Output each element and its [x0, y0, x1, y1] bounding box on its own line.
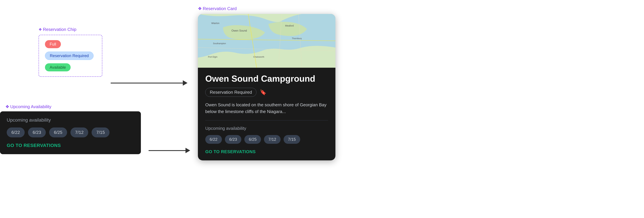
card-date-chip-4[interactable]: 7/15 — [284, 135, 300, 144]
arrow-head-1 — [183, 80, 188, 86]
go-reservations-button[interactable]: GO TO RESERVATIONS — [7, 143, 134, 148]
card-chips-row: Reservation Required 🔖 — [205, 88, 328, 97]
reservation-card: Owen Sound Wiarton Meaford Southampton T… — [198, 14, 336, 160]
arrow-line-2 — [148, 150, 186, 151]
svg-text:Chatsworth: Chatsworth — [253, 56, 264, 58]
chip-available[interactable]: Available — [45, 63, 70, 71]
svg-text:Owen Sound: Owen Sound — [232, 29, 247, 32]
card-go-reservations-button[interactable]: GO TO RESERVATIONS — [205, 149, 328, 154]
avail-card-title: Upcoming availability — [7, 117, 134, 123]
card-campground-name: Owen Sound Campground — [205, 74, 328, 84]
svg-text:Meaford: Meaford — [285, 24, 294, 27]
date-chip-2[interactable]: 6/25 — [49, 127, 67, 137]
chip-box: Full Reservation Required Available — [38, 35, 102, 77]
card-date-chip-0[interactable]: 6/22 — [205, 135, 222, 144]
chip-reservation[interactable]: Reservation Required — [45, 52, 94, 60]
card-divider — [205, 120, 328, 120]
diamond-icon: ❖ — [38, 27, 42, 32]
card-section-label: ❖ Reservation Card — [198, 6, 336, 11]
reservation-card-section: ❖ Reservation Card Owen Sound W — [198, 6, 336, 160]
chip-section-label: ❖ Reservation Chip — [38, 27, 102, 32]
chip-section: ❖ Reservation Chip Full Reservation Requ… — [38, 27, 102, 77]
availability-label: ❖ Upcoming Availability — [0, 104, 141, 109]
bookmark-icon[interactable]: 🔖 — [260, 89, 266, 95]
arrow-line-1 — [111, 83, 183, 84]
availability-card: Upcoming availability 6/22 6/23 6/25 7/1… — [0, 111, 141, 154]
diamond-icon-avail: ❖ — [5, 104, 9, 109]
availability-section: ❖ Upcoming Availability Upcoming availab… — [0, 104, 141, 154]
card-date-chip-1[interactable]: 6/23 — [225, 135, 242, 144]
card-avail-title: Upcoming availability — [205, 126, 328, 131]
map-svg: Owen Sound Wiarton Meaford Southampton T… — [198, 14, 336, 68]
card-description: Owen Sound is located on the southern sh… — [205, 101, 328, 115]
card-date-chip-3[interactable]: 7/12 — [264, 135, 280, 144]
card-date-chip-2[interactable]: 6/25 — [244, 135, 261, 144]
chip-full[interactable]: Full — [45, 40, 61, 48]
arrow-chip-to-card — [111, 80, 188, 86]
date-chip-3[interactable]: 7/12 — [70, 127, 88, 137]
date-chip-0[interactable]: 6/22 — [7, 127, 25, 137]
card-reservation-chip[interactable]: Reservation Required — [205, 88, 256, 97]
arrow-avail-to-card — [148, 148, 190, 153]
arrow-head-2 — [186, 148, 190, 153]
card-map: Owen Sound Wiarton Meaford Southampton T… — [198, 14, 336, 68]
date-chip-4[interactable]: 7/15 — [92, 127, 110, 137]
card-date-chips-row: 6/22 6/23 6/25 7/12 7/15 — [205, 135, 328, 144]
svg-text:Southampton: Southampton — [213, 42, 226, 45]
diamond-icon-card: ❖ — [198, 6, 202, 11]
svg-text:Port Elgin: Port Elgin — [208, 56, 217, 58]
svg-text:Wiarton: Wiarton — [211, 22, 219, 25]
date-chip-1[interactable]: 6/23 — [28, 127, 46, 137]
card-body: Owen Sound Campground Reservation Requir… — [198, 68, 336, 160]
date-chips-row: 6/22 6/23 6/25 7/12 7/15 — [7, 127, 134, 137]
svg-text:Thornbury: Thornbury — [292, 37, 302, 40]
